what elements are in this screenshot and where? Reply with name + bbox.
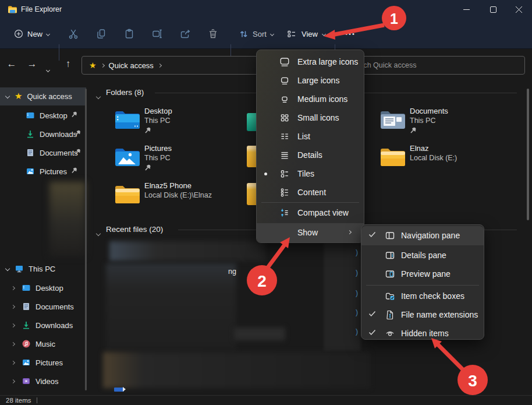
sidebar-item-pc-music[interactable]: Music bbox=[12, 335, 55, 353]
redacted-file-row bbox=[234, 327, 285, 340]
menu-item-label: Medium icons bbox=[297, 94, 347, 104]
sidebar-item-pc-downloads[interactable]: Downloads bbox=[12, 316, 73, 334]
copy-button[interactable] bbox=[90, 23, 113, 44]
pin-icon bbox=[75, 148, 81, 155]
submenu-item-navigation-pane[interactable]: Navigation pane bbox=[361, 226, 484, 245]
chevron-down-icon[interactable] bbox=[5, 266, 10, 271]
submenu-item-hidden-items[interactable]: Hidden items bbox=[361, 323, 484, 341]
menu-item-label: Large icons bbox=[297, 76, 339, 85]
up-button[interactable]: ↑ bbox=[61, 58, 75, 70]
menu-divider bbox=[366, 285, 479, 286]
submenu-item-details-pane[interactable]: Details pane bbox=[361, 246, 484, 265]
sidebar-item-pictures[interactable]: Pictures bbox=[26, 163, 67, 180]
chevron-right-icon[interactable] bbox=[11, 286, 15, 290]
sidebar-item-label: Music bbox=[36, 340, 55, 348]
rename-button[interactable] bbox=[146, 23, 169, 44]
sidebar-item-this-pc[interactable]: This PC bbox=[6, 260, 55, 277]
search-box[interactable] bbox=[342, 56, 525, 75]
redacted-file-block bbox=[103, 352, 370, 388]
folder-tile-elnaz[interactable] bbox=[380, 146, 406, 168]
chevron-down-icon[interactable] bbox=[5, 94, 10, 98]
menu-item-label: Item check boxes bbox=[401, 291, 464, 301]
view-menu-item-compact-view[interactable]: Compact view bbox=[257, 203, 364, 222]
submenu-item-preview-pane[interactable]: Preview pane bbox=[361, 265, 484, 283]
documents-icon bbox=[26, 148, 35, 157]
view-menu-item-details[interactable]: Details bbox=[257, 146, 364, 164]
content-scrollbar[interactable] bbox=[527, 89, 529, 220]
close-button[interactable] bbox=[505, 0, 532, 19]
view-button[interactable]: View bbox=[281, 23, 331, 44]
paste-button[interactable] bbox=[118, 23, 141, 44]
copy-icon bbox=[95, 28, 107, 40]
view-menu-item-list[interactable]: List bbox=[257, 127, 364, 146]
music-icon bbox=[22, 339, 31, 348]
cut-button[interactable] bbox=[62, 23, 85, 44]
breadcrumb-root[interactable]: Quick access bbox=[109, 61, 154, 70]
share-button[interactable] bbox=[173, 23, 197, 44]
see-more-button[interactable]: ••• bbox=[339, 23, 362, 44]
rename-icon bbox=[151, 28, 163, 40]
redacted-file-row bbox=[109, 241, 265, 261]
partial-filename-text: ng bbox=[228, 267, 236, 276]
submenu-item-file-name-extensions[interactable]: File name extensions bbox=[361, 305, 484, 324]
back-button[interactable]: ← bbox=[5, 58, 19, 70]
annotation-badge-2-label: 2 bbox=[257, 272, 267, 290]
annotation-arrow-3 bbox=[437, 344, 463, 369]
sidebar-item-pc-videos[interactable]: Videos bbox=[12, 372, 59, 390]
folder-tile-desktop[interactable] bbox=[114, 108, 141, 131]
recent-locations-button[interactable] bbox=[47, 64, 49, 74]
sidebar-item-pc-desktop[interactable]: Desktop bbox=[12, 279, 63, 297]
chevron-right-icon[interactable] bbox=[11, 341, 15, 346]
view-menu-item-content[interactable]: Content bbox=[257, 183, 364, 202]
chevron-down-icon bbox=[322, 31, 326, 36]
tile-name[interactable]: Elnaz5 Phone bbox=[144, 181, 191, 191]
chevron-right-icon[interactable] bbox=[11, 379, 15, 383]
minimize-button[interactable] bbox=[453, 0, 480, 19]
sidebar-item-pc-documents[interactable]: Documents bbox=[12, 298, 74, 315]
view-menu-item-tiles[interactable]: Tiles bbox=[257, 164, 364, 183]
annotation-badge-2 bbox=[247, 265, 277, 295]
up-icon: ↑ bbox=[66, 58, 71, 69]
tile-location: This PC bbox=[410, 116, 435, 125]
folders-section-collapse[interactable] bbox=[97, 90, 100, 101]
folder-tile-documents[interactable] bbox=[380, 108, 406, 131]
chevron-right-icon[interactable] bbox=[11, 304, 15, 308]
chevron-right-icon[interactable] bbox=[11, 323, 15, 327]
sidebar-scrollbar[interactable] bbox=[85, 89, 87, 390]
recent-section-collapse[interactable] bbox=[97, 227, 100, 238]
annotation-badge-3-label: 3 bbox=[468, 372, 477, 390]
forward-button[interactable]: → bbox=[25, 58, 39, 70]
maximize-button[interactable] bbox=[480, 0, 506, 19]
back-icon: ← bbox=[7, 58, 17, 69]
view-menu-item-show[interactable]: Show bbox=[257, 223, 364, 242]
sidebar-item-pc-pictures[interactable]: Pictures bbox=[12, 354, 63, 371]
chevron-down-icon bbox=[96, 231, 101, 236]
sidebar-item-documents[interactable]: Documents bbox=[26, 144, 78, 161]
folder-tile-elnaz5-phone[interactable] bbox=[114, 183, 141, 205]
submenu-item-item-check-boxes[interactable]: Item check boxes bbox=[361, 287, 484, 305]
search-input[interactable] bbox=[343, 61, 512, 69]
sidebar-item-desktop[interactable]: Desktop bbox=[26, 107, 68, 124]
folder-yellow-icon bbox=[114, 183, 141, 205]
tile-name[interactable]: Documents bbox=[410, 107, 448, 116]
delete-button[interactable] bbox=[201, 23, 225, 44]
sidebar-item-downloads[interactable]: Downloads bbox=[26, 125, 77, 143]
tile-location: This PC bbox=[144, 153, 170, 163]
partial-text-fragment: ) bbox=[356, 327, 358, 336]
view-menu-item-small-icons[interactable]: Small icons bbox=[257, 108, 364, 127]
sidebar-quick-access-row[interactable]: ★ Quick access bbox=[6, 87, 72, 105]
documents-icon bbox=[22, 302, 31, 311]
pin-icon bbox=[71, 167, 78, 174]
view-menu-item-extra-large-icons[interactable]: Extra large icons bbox=[257, 52, 364, 71]
chevron-right-icon bbox=[158, 63, 162, 67]
this-pc-icon bbox=[15, 264, 24, 273]
tile-name[interactable]: Pictures bbox=[144, 144, 172, 153]
sort-button[interactable]: Sort bbox=[234, 23, 278, 44]
folder-tile-pictures[interactable] bbox=[114, 146, 141, 168]
chevron-right-icon[interactable] bbox=[11, 360, 15, 364]
tile-name[interactable]: Elnaz bbox=[410, 144, 429, 153]
view-menu-item-large-icons[interactable]: Large icons bbox=[257, 71, 364, 90]
tile-name[interactable]: Desktop bbox=[144, 107, 172, 116]
new-button[interactable]: New bbox=[8, 23, 55, 44]
view-menu-item-medium-icons[interactable]: Medium icons bbox=[257, 90, 364, 108]
